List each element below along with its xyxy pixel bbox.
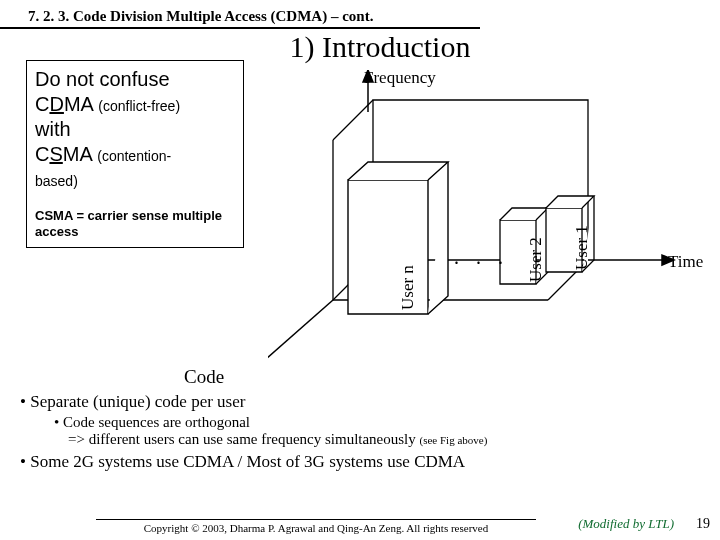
bullet-1: • Separate (unique) code per user xyxy=(20,392,710,412)
user-2-label: User 2 xyxy=(526,237,546,282)
svg-line-4 xyxy=(268,300,333,366)
t: based) xyxy=(35,173,78,189)
bullet-2: • Code sequences are orthogonal xyxy=(54,414,710,431)
axis-code-label: Code xyxy=(184,366,224,388)
axis-frequency-label: Frequency xyxy=(364,68,436,88)
modified-by-text: (Modified by LTL) xyxy=(578,516,674,532)
bullet-2b: => different users can use same frequenc… xyxy=(68,431,710,448)
t: (contention- xyxy=(97,148,171,164)
t: S xyxy=(49,143,62,165)
axes-and-cubes-svg xyxy=(268,70,688,370)
t: (see Fig above) xyxy=(420,434,488,446)
ellipsis-dots: . . . xyxy=(454,246,509,269)
t: C xyxy=(35,93,49,115)
csma-definition: CSMA = carrier sense multiple access xyxy=(35,208,235,239)
bullet-list: • Separate (unique) code per user • Code… xyxy=(20,392,710,472)
section-header: 7. 2. 3. Code Division Multiple Access (… xyxy=(0,0,480,29)
note-l2: CDMA (conflict-free) xyxy=(35,92,235,117)
note-box: Do not confuse CDMA (conflict-free) with… xyxy=(26,60,244,248)
t: => different users can use same frequenc… xyxy=(68,431,420,447)
slide-title: 1) Introduction xyxy=(240,30,520,64)
t: MA xyxy=(63,143,97,165)
t: C xyxy=(35,143,49,165)
cdma-3d-diagram: Frequency Time User n User 2 User 1 . . … xyxy=(268,70,648,350)
note-l3: with xyxy=(35,117,235,142)
t: (conflict-free) xyxy=(98,98,180,114)
t: D xyxy=(49,93,63,115)
bullet-3: • Some 2G systems use CDMA / Most of 3G … xyxy=(20,452,710,472)
page-number: 19 xyxy=(696,516,710,532)
copyright-text: Copyright © 2003, Dharma P. Agrawal and … xyxy=(96,519,536,534)
note-l1: Do not confuse xyxy=(35,67,235,92)
user-n-label: User n xyxy=(398,265,418,310)
note-l5: based) xyxy=(35,167,235,192)
t: MA xyxy=(64,93,98,115)
footer: Copyright © 2003, Dharma P. Agrawal and … xyxy=(0,519,720,534)
user-1-label: User 1 xyxy=(572,225,592,270)
axis-time-label: Time xyxy=(668,252,703,272)
note-l4: CSMA (contention- xyxy=(35,142,235,167)
